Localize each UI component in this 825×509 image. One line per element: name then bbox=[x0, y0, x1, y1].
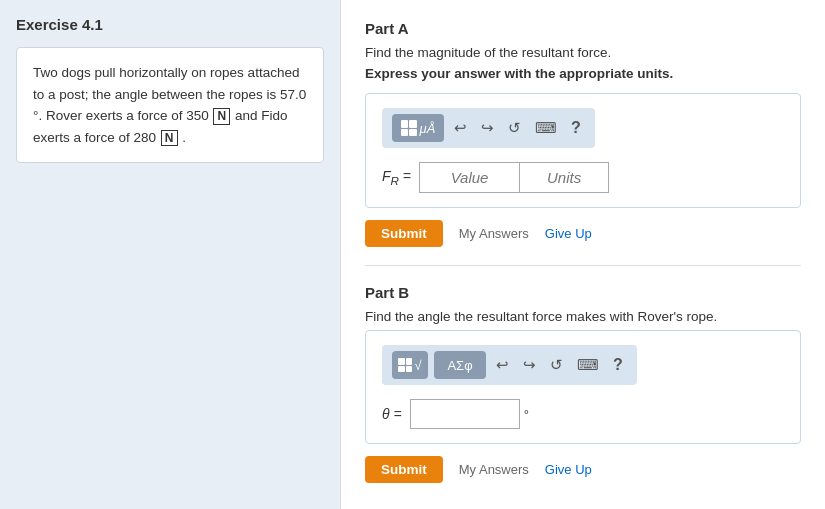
problem-box: Two dogs pull horizontally on ropes atta… bbox=[16, 47, 324, 163]
part-a-units-input[interactable] bbox=[519, 162, 609, 193]
part-b-give-up[interactable]: Give Up bbox=[545, 462, 592, 477]
part-a-my-answers: My Answers bbox=[459, 226, 529, 241]
part-a-express: Express your answer with the appropriate… bbox=[365, 66, 801, 81]
part-b-submit-button[interactable]: Submit bbox=[365, 456, 443, 483]
part-a-label: FR = bbox=[382, 168, 411, 187]
help-button-a[interactable]: ? bbox=[567, 114, 585, 142]
redo-button-b[interactable]: ↪ bbox=[519, 351, 540, 379]
part-a-submit-button[interactable]: Submit bbox=[365, 220, 443, 247]
sqrt-grid-icon bbox=[398, 358, 412, 372]
part-b-instruction: Find the angle the resultant force makes… bbox=[365, 309, 801, 324]
part-a-value-input[interactable] bbox=[419, 162, 519, 193]
grid-icon bbox=[401, 120, 417, 136]
part-b-theta-input[interactable] bbox=[410, 399, 520, 429]
grid-mua-button[interactable]: μÅ bbox=[392, 114, 444, 142]
help-button-b[interactable]: ? bbox=[609, 351, 627, 379]
part-a-input-row: FR = bbox=[382, 162, 784, 193]
keyboard-button-b[interactable]: ⌨ bbox=[573, 351, 603, 379]
reset-button-b[interactable]: ↺ bbox=[546, 351, 567, 379]
part-a-header: Part A bbox=[365, 20, 801, 37]
left-panel: Exercise 4.1 Two dogs pull horizontally … bbox=[0, 0, 340, 509]
part-a-give-up[interactable]: Give Up bbox=[545, 226, 592, 241]
fido-unit: N bbox=[161, 130, 178, 146]
greek-button[interactable]: ΑΣφ bbox=[434, 351, 486, 379]
divider bbox=[365, 265, 801, 266]
part-a-answer-box: μÅ ↩ ↪ ↺ ⌨ ? FR = bbox=[365, 93, 801, 208]
part-b-my-answers: My Answers bbox=[459, 462, 529, 477]
sqrt-label: √ bbox=[414, 358, 421, 373]
part-b-submit-row: Submit My Answers Give Up bbox=[365, 456, 801, 483]
problem-text: Two dogs pull horizontally on ropes atta… bbox=[33, 65, 306, 145]
part-b-label: θ = bbox=[382, 406, 402, 422]
part-a-section: Part A Find the magnitude of the resulta… bbox=[365, 20, 801, 247]
part-b-input-row: θ = ° bbox=[382, 399, 784, 429]
part-b-toolbar: √ ΑΣφ ↩ ↪ ↺ ⌨ ? bbox=[382, 345, 637, 385]
degree-symbol: ° bbox=[524, 407, 529, 422]
part-b-header: Part B bbox=[365, 284, 801, 301]
undo-button-a[interactable]: ↩ bbox=[450, 114, 471, 142]
part-a-toolbar: μÅ ↩ ↪ ↺ ⌨ ? bbox=[382, 108, 595, 148]
right-panel: Part A Find the magnitude of the resulta… bbox=[340, 0, 825, 509]
undo-button-b[interactable]: ↩ bbox=[492, 351, 513, 379]
reset-button-a[interactable]: ↺ bbox=[504, 114, 525, 142]
mua-label: μÅ bbox=[420, 121, 436, 136]
rover-unit: N bbox=[213, 108, 230, 124]
keyboard-button-a[interactable]: ⌨ bbox=[531, 114, 561, 142]
exercise-title: Exercise 4.1 bbox=[16, 16, 324, 33]
part-a-instruction: Find the magnitude of the resultant forc… bbox=[365, 45, 801, 60]
part-b-section: Part B Find the angle the resultant forc… bbox=[365, 284, 801, 483]
part-b-answer-box: √ ΑΣφ ↩ ↪ ↺ ⌨ ? θ = ° bbox=[365, 330, 801, 444]
sqrt-button[interactable]: √ bbox=[392, 351, 428, 379]
redo-button-a[interactable]: ↪ bbox=[477, 114, 498, 142]
part-a-submit-row: Submit My Answers Give Up bbox=[365, 220, 801, 247]
